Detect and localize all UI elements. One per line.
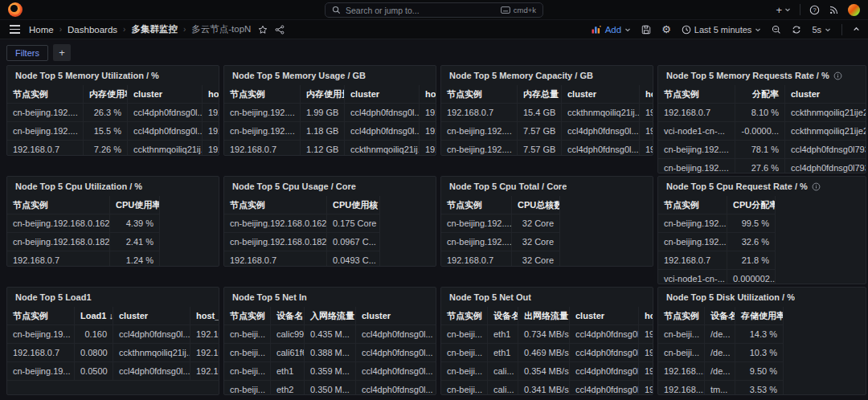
refresh-interval-dropdown[interactable]: 5s: [812, 25, 831, 35]
panel-title[interactable]: Node Top 5 Memory Usage / GB: [232, 71, 366, 80]
filters-button[interactable]: Filters: [6, 45, 48, 61]
column-header[interactable]: ho: [639, 307, 653, 324]
search-box[interactable]: cmd+k: [325, 2, 543, 18]
hamburger-menu-button[interactable]: [8, 23, 22, 35]
panel-node-top-5-disk-utilization: Node Top 5 Disk Utilization / % 节点实例设备名存…: [657, 287, 866, 395]
panel-title[interactable]: Node Top 5 Cpu Total / Core: [449, 182, 567, 191]
column-header[interactable]: 节点实例: [441, 85, 518, 103]
column-header[interactable]: CPU使用率: [110, 196, 160, 214]
column-header[interactable]: host_ip: [640, 85, 653, 103]
table-cell: cckthnmqoiliq21ij...: [128, 141, 203, 156]
column-header[interactable]: host_ip: [420, 85, 436, 103]
column-header[interactable]: 节点实例: [441, 196, 512, 214]
new-button[interactable]: +: [776, 5, 791, 15]
table-row: 192.168.0.715.4 GBcckthnmqoiliq21ij...19…: [441, 103, 653, 121]
table-cell: cn-beijing.192....: [7, 122, 84, 140]
table-cell: cn-beijing.192....: [441, 141, 518, 156]
panel-title[interactable]: Node Top 5 Cpu Utilization / %: [15, 182, 142, 191]
panel-title[interactable]: Node Top 5 Memory Utilization / %: [15, 71, 159, 80]
breadcrumb-item-home[interactable]: Home: [29, 25, 54, 35]
column-header[interactable]: 节点实例: [658, 307, 705, 324]
panel-title[interactable]: Node Top 5 Net In: [232, 292, 307, 302]
add-panel-button[interactable]: Add: [592, 25, 631, 35]
time-range-picker[interactable]: Last 5 minutes: [682, 25, 762, 35]
panel-title[interactable]: Node Top 5 Load1: [15, 292, 92, 302]
column-header[interactable]: 分配率: [735, 85, 785, 103]
table-cell: ccl4dph0fdnsg0l793f00: [785, 141, 866, 158]
column-header[interactable]: 节点实例: [658, 85, 735, 103]
table-cell: cn-beijing.192....: [441, 233, 512, 251]
column-header[interactable]: CPU使用核: [327, 196, 380, 214]
table-row: cn-beijing.192....99.5 %: [658, 214, 776, 232]
panel-node-top-5-memory-usage-gb: Node Top 5 Memory Usage / GB 节点实例内存使用量cl…: [223, 65, 436, 156]
panel-title[interactable]: Node Top 5 Net Out: [449, 292, 531, 302]
dashboard-settings-button[interactable]: ⚙: [661, 24, 671, 35]
column-header[interactable]: cluster: [785, 85, 866, 103]
table-cell: tm...: [705, 381, 735, 395]
breadcrumb-item-dashboards[interactable]: Dashboards: [68, 25, 117, 35]
search-input[interactable]: [346, 6, 496, 15]
collapse-toolbar-button[interactable]: [853, 26, 860, 33]
table-row: vci-node1-cn-...0.000002...: [658, 269, 776, 284]
star-dashboard-button[interactable]: [258, 25, 268, 35]
panel-title[interactable]: Node Top 5 Cpu Usage / Core: [232, 182, 356, 191]
column-header[interactable]: 节点实例: [7, 85, 84, 103]
panel-header: Node Top 5 Memory Requests Rate / %: [658, 66, 866, 85]
table-row: 192.168..../de...9.50 %: [658, 361, 784, 380]
table-cell: cn-beijing.192....: [658, 159, 735, 173]
breadcrumb-item-folder[interactable]: 多集群监控: [131, 23, 178, 35]
column-header[interactable]: 存储使用率: [735, 307, 784, 324]
column-header[interactable]: host_i: [203, 85, 219, 103]
user-avatar[interactable]: [848, 4, 860, 16]
table-cell: 0.388 M...: [305, 344, 356, 361]
breadcrumb-separator: ›: [183, 25, 186, 34]
save-icon: [641, 25, 651, 35]
column-header[interactable]: 节点实例: [658, 196, 727, 214]
column-header[interactable]: cluster: [345, 85, 420, 103]
panel-title[interactable]: Node Top 5 Memory Capacity / GB: [449, 71, 593, 80]
column-header[interactable]: 节点实例: [224, 196, 327, 214]
refresh-icon: [792, 25, 801, 35]
column-header[interactable]: cluster: [128, 85, 203, 103]
column-header[interactable]: 设备名: [271, 307, 305, 324]
help-button[interactable]: ?: [809, 5, 820, 15]
panel-title[interactable]: Node Top 5 Disk Utilization / %: [666, 292, 795, 302]
column-header[interactable]: Load1 ↓: [75, 307, 113, 324]
column-header[interactable]: 节点实例: [441, 307, 488, 324]
refresh-button[interactable]: [792, 25, 801, 35]
column-header[interactable]: CPU分配率: [727, 196, 776, 214]
table-cell: 21.8 %: [727, 251, 776, 269]
table-row: 192.168.0.71.24 %: [7, 251, 160, 267]
column-header[interactable]: cluster: [562, 85, 640, 103]
table-cell: cn-beiji...: [224, 381, 271, 395]
table-row: cn-beiji...cali61f6...0.388 M...ccl4dph0…: [224, 343, 436, 361]
info-icon[interactable]: [833, 71, 842, 80]
column-header[interactable]: 节点实例: [7, 196, 110, 214]
grafana-logo[interactable]: [8, 2, 23, 17]
column-header[interactable]: host_ip: [190, 307, 219, 324]
add-filter-button[interactable]: +: [53, 44, 71, 61]
column-header[interactable]: cluster: [113, 307, 190, 324]
panel-title[interactable]: Node Top 5 Memory Requests Rate / %: [666, 71, 829, 80]
column-header[interactable]: 内存总量: [518, 85, 562, 103]
column-header[interactable]: cluster: [570, 307, 639, 324]
column-header[interactable]: 节点实例: [224, 85, 301, 103]
save-dashboard-button[interactable]: [641, 25, 651, 35]
column-header[interactable]: CPU总核数: [512, 196, 560, 214]
info-icon[interactable]: [812, 182, 821, 191]
column-header[interactable]: cluster: [356, 307, 436, 324]
clock-icon: [682, 25, 691, 35]
news-button[interactable]: [829, 5, 839, 15]
column-header[interactable]: 设备名: [705, 307, 735, 324]
column-header[interactable]: 设备名: [488, 307, 518, 324]
panel-header: Node Top 5 Memory Capacity / GB: [441, 66, 653, 85]
column-header[interactable]: 节点实例: [7, 307, 75, 324]
column-header[interactable]: 内存使用率: [84, 85, 128, 103]
zoom-out-time-button[interactable]: [772, 25, 781, 35]
panel-title[interactable]: Node Top 5 Cpu Request Rate / %: [666, 182, 808, 191]
column-header[interactable]: 出网络流量 ↓: [518, 307, 570, 324]
column-header[interactable]: 内存使用量: [301, 85, 345, 103]
column-header[interactable]: 入网络流量: [305, 307, 356, 324]
share-dashboard-button[interactable]: [275, 25, 285, 35]
column-header[interactable]: 节点实例: [224, 307, 271, 324]
